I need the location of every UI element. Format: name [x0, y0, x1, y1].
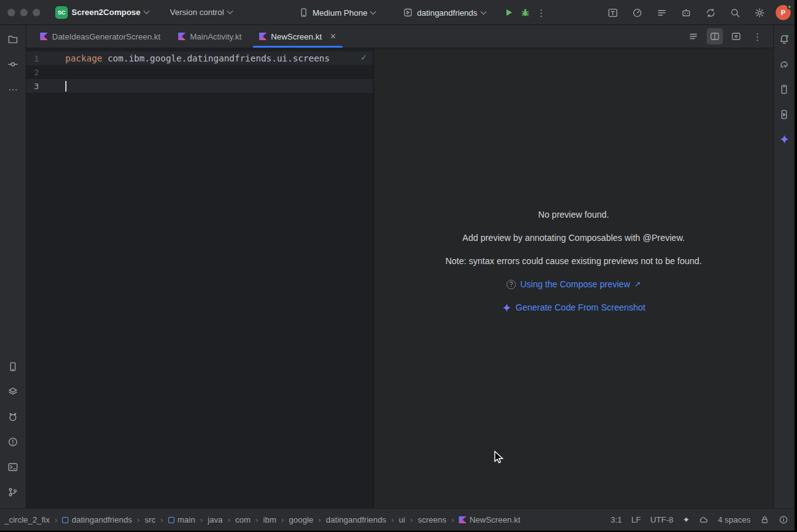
inspections-ok-icon[interactable]: ✓	[361, 52, 366, 62]
more-vertical-icon: ⋮	[753, 32, 762, 41]
run-config-selector[interactable]: datingandfriends	[398, 5, 490, 20]
project-selector[interactable]: SC Screen2Compose	[50, 4, 154, 21]
editor-split: 1 package com.ibm.google.datingandfriend…	[26, 48, 773, 508]
device-selector-label: Medium Phone	[313, 8, 367, 18]
tab-label: MainActivity.kt	[190, 32, 242, 41]
close-window-button[interactable]	[8, 9, 15, 16]
ide-info-widget[interactable]	[779, 515, 788, 524]
problems-icon	[8, 437, 18, 447]
line-number: 2	[33, 68, 39, 77]
ai-assistant-button[interactable]	[678, 4, 694, 21]
logcat-button[interactable]	[653, 4, 670, 21]
design-view-icon	[731, 31, 741, 41]
write-access-widget[interactable]	[760, 515, 769, 524]
editor-tab-bar: DateIdeasGeneratorScreen.kt MainActivity…	[26, 25, 773, 48]
logcat-tool-button[interactable]	[4, 408, 22, 425]
profiler-icon	[632, 8, 643, 18]
version-control-label: Version control	[170, 8, 224, 17]
build-variants-tool-button[interactable]	[4, 383, 22, 400]
commit-tool-button[interactable]	[4, 55, 22, 73]
caret-position-widget[interactable]: 3:1	[611, 515, 622, 524]
chevron-down-icon	[227, 8, 233, 14]
gemini-status-icon[interactable]: ✦	[683, 515, 690, 524]
run-config-label: datingandfriends	[417, 8, 477, 18]
breadcrumb-item-file[interactable]: NewScreen.kt	[457, 514, 522, 526]
tab-newscreen[interactable]: NewScreen.kt ✕	[250, 25, 345, 48]
tab-label: DateIdeasGeneratorScreen.kt	[52, 32, 161, 41]
breadcrumb-item[interactable]: ibm	[261, 514, 278, 526]
running-devices-tool-button[interactable]	[4, 358, 22, 375]
preview-message-note: Note: syntax errors could cause existing…	[446, 256, 702, 266]
minimize-window-button[interactable]	[20, 9, 28, 16]
version-control-selector[interactable]: Version control	[165, 5, 237, 19]
more-run-options-button[interactable]: ⋮	[533, 4, 550, 21]
sync-status-widget[interactable]	[699, 515, 709, 524]
code-view-toggle[interactable]	[685, 28, 702, 45]
generate-code-link[interactable]: Generate Code From Screenshot	[516, 302, 646, 312]
line-number: 3	[33, 82, 39, 91]
device-manager-tool-button[interactable]	[776, 80, 793, 98]
device-explorer-tool-button[interactable]	[776, 105, 793, 123]
run-button[interactable]	[501, 4, 517, 21]
close-tab-icon[interactable]: ✕	[330, 32, 336, 41]
tab-mainactivity[interactable]: MainActivity.kt	[169, 25, 250, 48]
project-name: Screen2Compose	[72, 8, 141, 17]
settings-button[interactable]	[751, 4, 768, 21]
tab-dateideasgeneratorscreen[interactable]: DateIdeasGeneratorScreen.kt	[31, 25, 169, 48]
profiler-button[interactable]	[629, 4, 645, 21]
cloud-sync-icon	[699, 515, 709, 524]
notifications-tool-button[interactable]	[776, 30, 793, 48]
breadcrumb-item[interactable]: google	[287, 514, 315, 526]
breadcrumb-item[interactable]: src	[142, 514, 157, 526]
logcat-cat-icon	[8, 412, 18, 422]
profile-avatar[interactable]: P	[776, 5, 791, 20]
breadcrumb-item[interactable]: main	[166, 514, 197, 526]
ui-check-icon	[607, 8, 618, 18]
problems-tool-button[interactable]	[4, 433, 22, 450]
version-control-tool-button[interactable]	[4, 483, 22, 501]
breadcrumb: _circle_2_fix › datingandfriends › src ›…	[3, 514, 522, 526]
terminal-tool-button[interactable]	[4, 458, 22, 476]
breadcrumb-item[interactable]: java	[206, 514, 225, 526]
run-toolbar: Medium Phone datingandfriends	[294, 0, 550, 25]
design-view-toggle[interactable]	[728, 28, 744, 45]
breadcrumb-item[interactable]: com	[233, 514, 253, 526]
editor-line-3: 3	[26, 79, 373, 93]
code-editor[interactable]: 1 package com.ibm.google.datingandfriend…	[26, 48, 373, 508]
kotlin-file-icon	[259, 33, 267, 40]
project-tool-button[interactable]	[4, 30, 22, 48]
editor-options-button[interactable]: ⋮	[749, 28, 766, 45]
gear-icon	[754, 8, 765, 18]
preview-mode-controls: ⋮	[685, 25, 773, 48]
breadcrumb-separator: ›	[160, 516, 164, 524]
compose-preview-help-link[interactable]: Using the Compose preview	[520, 279, 630, 289]
gemini-tool-button[interactable]	[776, 130, 793, 148]
encoding-widget[interactable]: UTF-8	[650, 515, 673, 524]
chevron-down-icon	[480, 8, 486, 14]
line-separator-widget[interactable]: LF	[631, 515, 641, 524]
breadcrumb-item[interactable]: ui	[397, 514, 407, 526]
breadcrumb-item[interactable]: datingandfriends	[60, 514, 134, 526]
split-view-toggle[interactable]	[707, 28, 723, 45]
gradle-sync-button[interactable]	[702, 4, 719, 21]
more-tool-windows-button[interactable]: ⋯	[4, 80, 22, 98]
search-everywhere-button[interactable]	[727, 4, 743, 21]
breadcrumb-item[interactable]: _circle_2_fix	[3, 514, 51, 526]
breadcrumb-item[interactable]: datingandfriends	[324, 514, 388, 526]
device-selector[interactable]: Medium Phone	[294, 5, 380, 20]
gradle-tool-button[interactable]	[776, 55, 793, 73]
kotlin-file-icon	[40, 33, 48, 40]
folder-icon	[8, 34, 18, 45]
debug-button[interactable]	[517, 4, 533, 21]
more-horizontal-icon: ⋯	[8, 85, 18, 94]
android-studio-window: SC Screen2Compose Version control Medium…	[0, 0, 794, 531]
ui-check-button[interactable]	[604, 4, 621, 21]
breadcrumb-item[interactable]: screens	[416, 514, 449, 526]
text-caret	[65, 81, 67, 92]
indent-widget[interactable]: 4 spaces	[718, 515, 751, 524]
zoom-window-button[interactable]	[33, 9, 40, 16]
gemini-star-icon	[502, 303, 511, 312]
left-tool-stripe: ⋯	[0, 25, 26, 508]
chevron-down-icon	[370, 8, 377, 14]
split-view-icon	[710, 31, 720, 41]
